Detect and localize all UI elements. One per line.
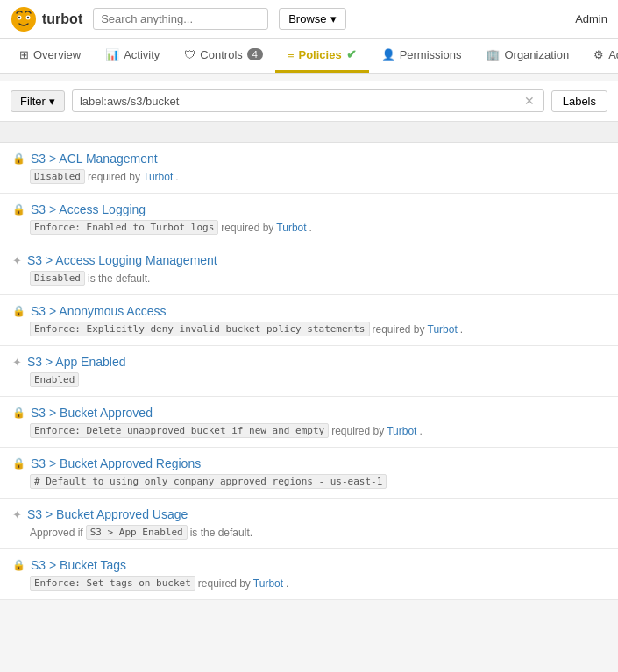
policy-title-row: ✦ S3 > Bucket Approved Usage <box>12 507 606 521</box>
detail-code: Disabled <box>30 271 85 286</box>
turbot-link[interactable]: Turbot <box>428 323 458 336</box>
policy-title-row: ✦ S3 > App Enabled <box>12 355 606 369</box>
browse-chevron-icon: ▾ <box>330 12 337 25</box>
turbot-link[interactable]: Turbot <box>387 425 416 437</box>
policy-title[interactable]: S3 > Bucket Approved <box>31 406 153 420</box>
detail-text: required by <box>221 222 273 234</box>
policy-title[interactable]: S3 > Anonymous Access <box>31 304 166 318</box>
policy-item: 🔒 S3 > Access Logging Enforce: Enabled t… <box>0 194 618 244</box>
tab-activity[interactable]: 📊 Activity <box>93 39 172 73</box>
list-icon: ≡ <box>288 48 295 61</box>
logo: turbot <box>11 6 82 32</box>
policy-list: 🔒 S3 > ACL Management Disabled required … <box>0 143 618 600</box>
filter-bar: Filter ▾ ✕ Labels <box>0 81 618 122</box>
policy-detail: Enabled <box>12 372 606 387</box>
detail-text: required by <box>331 425 384 437</box>
policy-item: 🔒 S3 > Bucket Approved Enforce: Delete u… <box>0 397 618 448</box>
overview-icon: ⊞ <box>19 48 29 61</box>
org-icon: 🏢 <box>486 48 500 61</box>
filter-input[interactable] <box>80 95 522 108</box>
detail-code: Enforce: Explicitly deny invalid bucket … <box>30 322 370 336</box>
tab-policies-label: Policies <box>299 48 342 61</box>
policy-item: 🔒 S3 > ACL Management Disabled required … <box>0 143 618 194</box>
detail-code: S3 > App Enabled <box>86 525 188 540</box>
tab-controls-label: Controls <box>200 48 242 61</box>
policy-title-row: 🔒 S3 > ACL Management <box>12 152 606 166</box>
policy-detail: Disabled is the default. <box>12 271 606 286</box>
policy-item: 🔒 S3 > Anonymous Access Enforce: Explici… <box>0 295 618 346</box>
detail-text: is the default. <box>190 527 252 539</box>
svg-point-4 <box>27 16 29 18</box>
filter-chevron-icon: ▾ <box>49 95 55 108</box>
policy-title-row: ✦ S3 > Access Logging Management <box>12 253 606 267</box>
browse-button[interactable]: Browse ▾ <box>279 8 345 30</box>
tab-overview-label: Overview <box>33 48 81 61</box>
policy-title-row: 🔒 S3 > Bucket Tags <box>12 558 606 572</box>
policy-title[interactable]: S3 > Bucket Approved Usage <box>27 507 188 521</box>
filter-button[interactable]: Filter ▾ <box>11 90 65 112</box>
policy-title[interactable]: S3 > Access Logging <box>31 202 146 216</box>
turbot-link[interactable]: Turbot <box>253 577 283 590</box>
search-input[interactable] <box>93 8 268 30</box>
policy-item: 🔒 S3 > Bucket Tags Enforce: Set tags on … <box>0 549 618 600</box>
turbot-link[interactable]: Turbot <box>143 171 173 183</box>
detail-code: Enforce: Enabled to Turbot logs <box>30 220 218 235</box>
lock-icon: 🔒 <box>12 305 25 317</box>
policies-check-icon: ✔ <box>346 47 357 61</box>
policy-item: ✦ S3 > Bucket Approved Usage Approved if… <box>0 499 618 549</box>
lock-icon: 🔒 <box>12 407 25 419</box>
tab-policies[interactable]: ≡ Policies ✔ <box>275 39 369 73</box>
detail-period: . <box>460 323 463 336</box>
policy-title-row: 🔒 S3 > Bucket Approved <box>12 406 606 420</box>
lock-icon: 🔒 <box>12 457 25 470</box>
tab-organization[interactable]: 🏢 Organization <box>473 39 581 73</box>
policy-title-row: 🔒 S3 > Bucket Approved Regions <box>12 456 606 470</box>
logo-icon <box>11 6 37 32</box>
tab-advanced[interactable]: ⚙ Advanced <box>581 39 618 73</box>
detail-text: required by <box>88 171 140 183</box>
nav-tabs: ⊞ Overview 📊 Activity 🛡 Controls 4 ≡ Pol… <box>0 39 618 74</box>
filter-label: Filter <box>20 95 46 108</box>
detail-period: . <box>419 425 422 437</box>
diamond-icon: ✦ <box>12 356 22 369</box>
clear-filter-button[interactable]: ✕ <box>522 94 536 108</box>
list-header <box>0 122 618 143</box>
policy-title[interactable]: S3 > Access Logging Management <box>27 253 217 267</box>
detail-text: Approved if <box>30 527 83 539</box>
turbot-link[interactable]: Turbot <box>276 222 306 234</box>
controls-badge: 4 <box>247 48 263 60</box>
shield-icon: 🛡 <box>184 48 195 61</box>
policy-detail: Enforce: Set tags on bucket required by … <box>12 576 606 591</box>
tab-permissions[interactable]: 👤 Permissions <box>369 39 474 73</box>
detail-text: is the default. <box>88 272 150 285</box>
detail-text: required by <box>373 323 425 336</box>
tab-advanced-label: Advanced <box>608 48 618 61</box>
detail-period: . <box>175 171 178 183</box>
admin-link[interactable]: Admin <box>575 12 607 25</box>
policy-detail: Disabled required by Turbot . <box>12 169 606 184</box>
policy-item: ✦ S3 > App Enabled Enabled <box>0 346 618 397</box>
svg-point-3 <box>18 16 20 18</box>
tab-organization-label: Organization <box>504 48 569 61</box>
detail-text: required by <box>198 577 251 590</box>
svg-point-0 <box>11 7 36 32</box>
diamond-icon: ✦ <box>12 508 22 521</box>
policy-title[interactable]: S3 > Bucket Tags <box>31 558 126 572</box>
lock-icon: 🔒 <box>12 203 25 216</box>
detail-code: Disabled <box>30 169 85 184</box>
detail-code: Enforce: Delete unapproved bucket if new… <box>30 423 329 438</box>
policy-title[interactable]: S3 > Bucket Approved Regions <box>31 456 201 470</box>
gear-icon: ⚙ <box>593 48 604 61</box>
labels-button[interactable]: Labels <box>551 90 607 112</box>
tab-controls[interactable]: 🛡 Controls 4 <box>172 39 275 73</box>
tab-overview[interactable]: ⊞ Overview <box>7 39 93 73</box>
policy-title[interactable]: S3 > App Enabled <box>27 355 126 369</box>
labels-label: Labels <box>563 95 596 108</box>
policy-title-row: 🔒 S3 > Anonymous Access <box>12 304 606 318</box>
policy-title[interactable]: S3 > ACL Management <box>31 152 158 166</box>
browse-label: Browse <box>288 12 326 25</box>
logo-text: turbot <box>42 11 82 27</box>
policy-detail: # Default to using only company approved… <box>12 474 606 489</box>
lock-icon: 🔒 <box>12 559 25 571</box>
policy-item: 🔒 S3 > Bucket Approved Regions # Default… <box>0 448 618 499</box>
